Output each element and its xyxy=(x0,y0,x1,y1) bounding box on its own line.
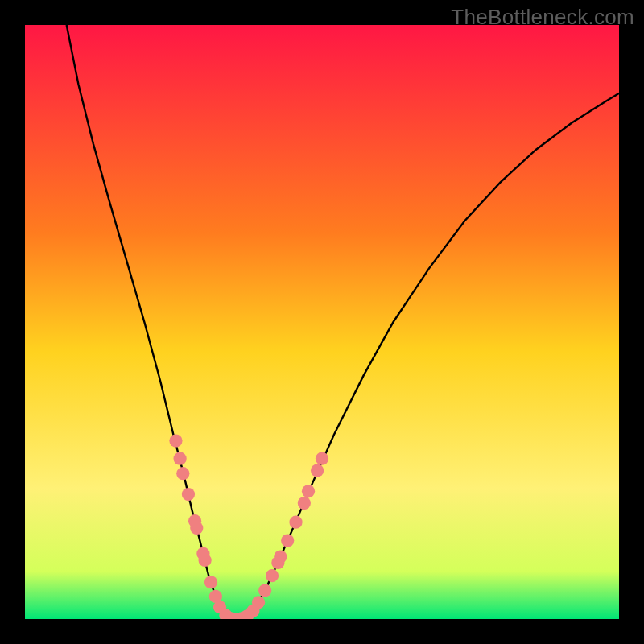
data-marker xyxy=(174,452,187,465)
watermark-text: TheBottleneck.com xyxy=(451,5,634,30)
data-marker xyxy=(289,516,302,529)
data-marker xyxy=(182,488,195,501)
data-marker xyxy=(302,485,315,497)
data-marker xyxy=(252,596,265,609)
data-marker xyxy=(311,464,324,477)
gradient-background xyxy=(25,25,619,619)
chart-plot-area xyxy=(25,25,619,619)
data-marker xyxy=(274,550,287,563)
data-marker xyxy=(281,534,294,547)
data-marker xyxy=(298,497,311,510)
data-marker xyxy=(190,522,203,535)
chart-svg xyxy=(25,25,619,619)
data-marker xyxy=(204,576,217,588)
data-marker xyxy=(258,584,271,597)
data-marker xyxy=(198,554,211,567)
data-marker xyxy=(266,569,279,582)
data-marker xyxy=(176,467,189,480)
data-marker xyxy=(169,434,182,447)
data-marker xyxy=(316,452,328,465)
